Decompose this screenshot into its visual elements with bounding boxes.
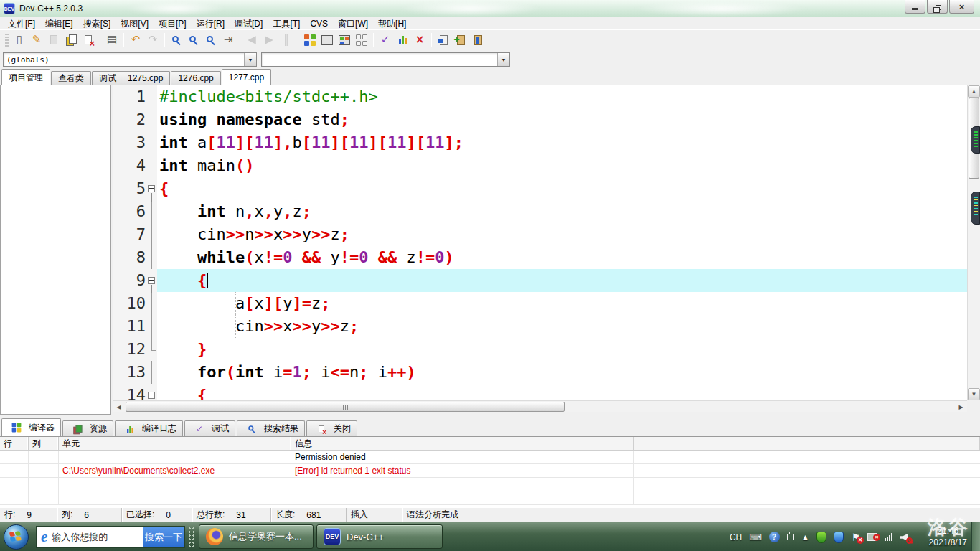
- keyboard-icon[interactable]: ⌨: [749, 532, 761, 542]
- restore-button[interactable]: [927, 0, 948, 14]
- menu-item-6[interactable]: 调试[D]: [230, 18, 268, 30]
- search-input[interactable]: 输入你想搜的: [52, 531, 143, 544]
- compile-run-button[interactable]: [336, 32, 353, 49]
- output-tab-1[interactable]: 资源: [62, 420, 113, 436]
- run-button[interactable]: [319, 32, 336, 49]
- output-row[interactable]: C:\Users\yunlin\Documents\collect2.exe[E…: [0, 464, 980, 478]
- restore-window-icon[interactable]: [787, 534, 794, 540]
- fold-column[interactable]: [146, 338, 157, 361]
- chevron-down-icon[interactable]: ▼: [497, 53, 509, 66]
- close-file-button[interactable]: [80, 32, 97, 49]
- compile-button[interactable]: [301, 32, 319, 49]
- fold-column[interactable]: [146, 108, 157, 131]
- taskbar-grip[interactable]: [188, 527, 196, 548]
- menu-item-1[interactable]: 编辑[E]: [40, 18, 78, 30]
- compiler-grid-button[interactable]: [9, 420, 23, 434]
- output-tab-4[interactable]: 搜索结果: [237, 420, 305, 436]
- fold-column[interactable]: [146, 292, 157, 315]
- editor-tab-1275-cpp[interactable]: 1275.cpp: [121, 71, 170, 85]
- chevron-down-icon[interactable]: ▼: [244, 53, 256, 66]
- menu-item-4[interactable]: 项目[P]: [154, 18, 192, 30]
- output-tab-2[interactable]: 编译日志: [115, 420, 183, 436]
- compile-log-button[interactable]: [123, 422, 136, 435]
- show-desktop-button[interactable]: [971, 522, 980, 551]
- signal-bars-icon[interactable]: [885, 533, 892, 541]
- taskbar-app-devcpp[interactable]: DEVDev-C++: [316, 524, 443, 549]
- show-hidden-icons-icon[interactable]: ▲: [801, 532, 810, 542]
- menu-item-3[interactable]: 视图[V]: [116, 18, 154, 30]
- fold-column[interactable]: [146, 269, 157, 292]
- editor-tab-1276-cpp[interactable]: 1276.cpp: [171, 71, 220, 85]
- horizontal-scrollbar[interactable]: ◀ ▶: [113, 400, 967, 412]
- add-to-project-button[interactable]: [452, 32, 469, 49]
- output-row[interactable]: [0, 478, 980, 491]
- menu-item-8[interactable]: CVS: [305, 19, 333, 29]
- horizontal-scrollbar-thumb[interactable]: [126, 402, 565, 412]
- menu-item-2[interactable]: 搜索[S]: [78, 18, 116, 30]
- volume-muted-icon[interactable]: [900, 533, 910, 542]
- scroll-up-icon[interactable]: ▲: [968, 85, 980, 98]
- left-tab-2[interactable]: 调试: [92, 71, 123, 85]
- action-center-flag-icon[interactable]: ⚑×: [851, 532, 860, 543]
- output-row[interactable]: [0, 491, 980, 505]
- search-button[interactable]: 搜索一下: [143, 526, 184, 548]
- find-button[interactable]: [168, 32, 185, 49]
- fold-column[interactable]: [146, 131, 157, 154]
- menu-item-5[interactable]: 运行[R]: [192, 18, 230, 30]
- overlay-widget-handle[interactable]: [971, 192, 980, 225]
- print-button[interactable]: ▤: [103, 32, 121, 49]
- scroll-down-icon[interactable]: ▼: [968, 388, 980, 400]
- taskbar-app-firefox[interactable]: 信息学奥赛一本...: [199, 524, 314, 549]
- menu-item-10[interactable]: 帮助[H]: [373, 18, 411, 30]
- menu-item-7[interactable]: 工具[T]: [268, 18, 305, 30]
- minimize-button[interactable]: [905, 0, 925, 14]
- menu-item-0[interactable]: 文件[F]: [3, 18, 40, 30]
- toolbar-grip[interactable]: [5, 34, 9, 47]
- start-button[interactable]: [4, 524, 29, 550]
- fold-column[interactable]: [146, 315, 157, 338]
- antivirus-shield-icon[interactable]: [816, 532, 826, 543]
- output-tab-3[interactable]: ✓调试: [184, 420, 235, 436]
- scroll-left-icon[interactable]: ◀: [113, 402, 124, 412]
- help-icon[interactable]: ?: [769, 532, 780, 542]
- menu-item-9[interactable]: 窗口[W]: [333, 18, 373, 30]
- globals-combobox[interactable]: (globals) ▼: [3, 52, 257, 67]
- syntax-check-button[interactable]: ✓: [377, 32, 394, 49]
- editor-tab-1277-cpp[interactable]: 1277.cpp: [222, 69, 271, 85]
- close-page-button[interactable]: [314, 422, 328, 435]
- code-viewport[interactable]: 1#include<bits/stdc++.h>2using namespace…: [113, 85, 967, 400]
- fold-collapse-icon[interactable]: [148, 277, 155, 284]
- security-shield-icon[interactable]: [834, 532, 844, 543]
- close-button[interactable]: ×: [949, 0, 974, 14]
- scroll-right-icon[interactable]: ▶: [956, 402, 966, 412]
- new-file-button[interactable]: ▯: [11, 32, 28, 49]
- abort-button[interactable]: ×: [411, 32, 428, 49]
- members-combobox[interactable]: ▼: [261, 52, 510, 67]
- save-all-button[interactable]: [62, 32, 80, 49]
- fold-collapse-icon[interactable]: [148, 185, 155, 192]
- replace-button[interactable]: [202, 32, 220, 49]
- open-file-button[interactable]: ✎: [28, 32, 45, 49]
- overlay-widget-handle[interactable]: [971, 126, 980, 154]
- fold-collapse-icon[interactable]: [148, 392, 155, 399]
- debug-check-button[interactable]: ✓: [192, 422, 206, 435]
- search-results-button[interactable]: [245, 422, 258, 435]
- language-indicator[interactable]: CH: [730, 532, 742, 542]
- profile-button[interactable]: [394, 32, 411, 49]
- rebuild-all-button[interactable]: [353, 32, 370, 49]
- fold-column[interactable]: [146, 223, 157, 246]
- fold-column[interactable]: [146, 200, 157, 223]
- output-row[interactable]: Permission denied: [0, 451, 980, 464]
- remove-from-project-button[interactable]: [469, 32, 486, 49]
- fold-column[interactable]: [146, 361, 157, 384]
- left-tab-1[interactable]: 查看类: [51, 71, 91, 85]
- insert-unit-button[interactable]: [435, 32, 452, 49]
- undo-button[interactable]: ↶: [127, 32, 144, 49]
- fold-column[interactable]: [146, 85, 157, 108]
- project-manager-panel[interactable]: [0, 85, 111, 415]
- fold-column[interactable]: [146, 154, 157, 177]
- goto-line-button[interactable]: ⇥: [220, 32, 237, 49]
- resources-button[interactable]: [70, 422, 84, 435]
- output-tab-5[interactable]: 关闭: [306, 420, 357, 436]
- output-tab-0[interactable]: 编译器: [1, 418, 61, 436]
